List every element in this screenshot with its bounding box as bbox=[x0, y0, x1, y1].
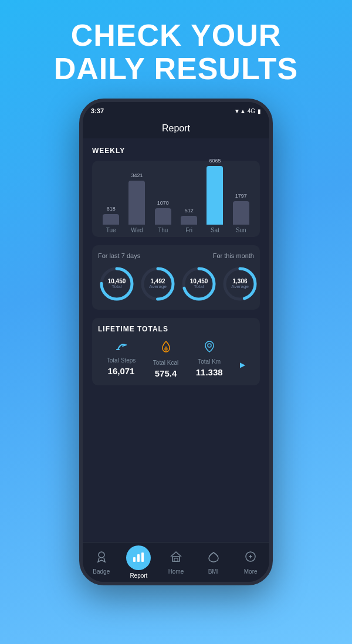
headline: CHECK YOUR DAILY RESULTS bbox=[54, 19, 299, 86]
nav-icon-bg bbox=[95, 550, 108, 566]
page-title: Report bbox=[83, 120, 269, 138]
lifetime-item-label: Total Kcal bbox=[153, 360, 178, 366]
status-icons: ▼▲ 4G ▮ bbox=[234, 108, 261, 114]
lifetime-item-icon bbox=[160, 340, 172, 357]
bar-rect bbox=[207, 166, 223, 225]
circle-stat: 10,450 Total bbox=[98, 265, 136, 303]
circle-outer: 10,450 Total bbox=[180, 265, 218, 303]
nav-label-badge: Badge bbox=[93, 568, 110, 575]
nav-icon-bg bbox=[244, 550, 257, 566]
bar-group: 1797Sun bbox=[233, 193, 249, 237]
bar-day-label: Wed bbox=[131, 227, 143, 237]
nav-item-report[interactable]: Report bbox=[120, 545, 158, 579]
nav-icon-badge bbox=[95, 550, 108, 566]
lifetime-item-icon bbox=[114, 340, 128, 355]
lifetime-row: Total Steps 16,071 Total Kcal 575.4 Tota… bbox=[98, 340, 254, 378]
lifetime-item-value: 11.338 bbox=[196, 367, 223, 377]
bar-day-label: Sat bbox=[211, 227, 219, 237]
nav-icon-bg bbox=[207, 550, 220, 566]
svg-rect-12 bbox=[141, 553, 144, 562]
battery-icon: ▮ bbox=[258, 108, 261, 114]
headline-line2: DAILY RESULTS bbox=[54, 52, 299, 86]
bar-rect bbox=[103, 214, 119, 225]
bar-value: 1797 bbox=[235, 193, 247, 199]
nav-icon-bmi bbox=[207, 550, 220, 566]
lifetime-label: LIFETIME TOTALS bbox=[98, 325, 254, 333]
bar-group: 512Fri bbox=[181, 208, 197, 237]
lifetime-item-icon bbox=[203, 340, 216, 356]
bar-rect bbox=[181, 216, 197, 225]
circle-stat: 1,492 Average bbox=[139, 265, 177, 303]
nav-icon-active-bg bbox=[126, 545, 151, 570]
steps-icon bbox=[114, 340, 128, 352]
bar-group: 1070Thu bbox=[155, 200, 171, 237]
phone-frame: 3:37 ▼▲ 4G ▮ Report WEEKLY 618Tue3421Wed… bbox=[79, 99, 273, 585]
circle-sublabel: Average bbox=[231, 284, 249, 290]
status-time: 3:37 bbox=[91, 107, 104, 114]
bar-value: 618 bbox=[107, 206, 116, 212]
circle-outer: 1,306 Average bbox=[221, 265, 259, 303]
bar-group: 3421Wed bbox=[128, 172, 145, 237]
circle-sublabel: Average bbox=[149, 284, 167, 290]
nav-item-more[interactable]: More bbox=[232, 550, 269, 575]
circle-outer: 1,492 Average bbox=[139, 265, 177, 303]
svg-point-8 bbox=[208, 344, 211, 347]
weekly-label: WEEKLY bbox=[92, 147, 260, 155]
bar-chart: 618Tue3421Wed1070Thu512Fri6065Sat1797Sun bbox=[92, 161, 260, 237]
nav-label-home: Home bbox=[168, 568, 184, 575]
lifetime-item-label: Total Steps bbox=[107, 357, 136, 364]
lifetime-section: LIFETIME TOTALS Total Steps 16,071 Total… bbox=[92, 318, 260, 385]
main-content: WEEKLY 618Tue3421Wed1070Thu512Fri6065Sat… bbox=[83, 138, 269, 542]
bar-group: 618Tue bbox=[103, 206, 119, 237]
circle-outer: 10,450 Total bbox=[98, 265, 136, 303]
bar-day-label: Thu bbox=[158, 227, 168, 237]
bar-day-label: Fri bbox=[185, 227, 192, 237]
nav-item-bmi[interactable]: BMI bbox=[195, 550, 232, 575]
stats-section: For last 7 days For this month 10,450 To… bbox=[92, 245, 260, 310]
svg-point-9 bbox=[99, 552, 104, 558]
nav-label-bmi: BMI bbox=[208, 568, 219, 575]
kcal-icon bbox=[160, 340, 172, 354]
svg-rect-13 bbox=[172, 557, 180, 561]
lifetime-item-value: 16,071 bbox=[108, 366, 135, 376]
bottom-nav: Badge Report Home BMI More bbox=[83, 542, 269, 582]
circle-stat: 10,450 Total bbox=[180, 265, 218, 303]
signal-icon: ▼▲ 4G bbox=[234, 108, 255, 114]
lifetime-item: Total Km 11.338 bbox=[196, 340, 223, 378]
bar-value: 512 bbox=[185, 208, 194, 213]
nav-icon-bg bbox=[170, 550, 182, 566]
bar-value: 1070 bbox=[157, 200, 169, 206]
circle-sublabel: Total bbox=[108, 284, 126, 290]
bar-group: 6065Sat bbox=[207, 158, 223, 237]
circle-stat: 1,306 Average bbox=[221, 265, 259, 303]
svg-rect-10 bbox=[133, 557, 136, 562]
nav-item-badge[interactable]: Badge bbox=[83, 550, 120, 575]
lifetime-item: Total Steps 16,071 bbox=[107, 340, 136, 378]
headline-line1: CHECK YOUR bbox=[54, 19, 299, 52]
bar-day-label: Tue bbox=[106, 227, 116, 237]
lifetime-item-value: 575.4 bbox=[155, 368, 177, 378]
nav-label-more: More bbox=[244, 568, 258, 575]
stats-period-labels: For last 7 days For this month bbox=[98, 252, 254, 259]
lifetime-arrow: ▶ bbox=[240, 361, 245, 369]
svg-rect-11 bbox=[137, 554, 140, 562]
lifetime-item-label: Total Km bbox=[198, 358, 221, 365]
bar-rect bbox=[233, 201, 249, 225]
circle-sublabel: Total bbox=[190, 284, 208, 290]
status-bar: 3:37 ▼▲ 4G ▮ bbox=[83, 102, 269, 120]
nav-icon-report bbox=[132, 550, 145, 566]
nav-item-home[interactable]: Home bbox=[157, 550, 195, 575]
lifetime-item: Total Kcal 575.4 bbox=[153, 340, 178, 378]
location-icon bbox=[203, 340, 216, 353]
nav-icon-home bbox=[170, 550, 182, 566]
bar-value: 6065 bbox=[209, 158, 221, 164]
period1-label: For last 7 days bbox=[98, 252, 140, 259]
period2-label: For this month bbox=[213, 252, 254, 259]
nav-label-report: Report bbox=[130, 572, 147, 579]
bar-value: 3421 bbox=[131, 172, 143, 178]
bar-rect bbox=[128, 181, 145, 225]
bar-rect bbox=[155, 208, 171, 225]
stats-circles: 10,450 Total 1,492 Average 10,450 Total bbox=[98, 265, 254, 303]
bar-day-label: Sun bbox=[236, 227, 246, 237]
nav-icon-more bbox=[244, 550, 257, 566]
